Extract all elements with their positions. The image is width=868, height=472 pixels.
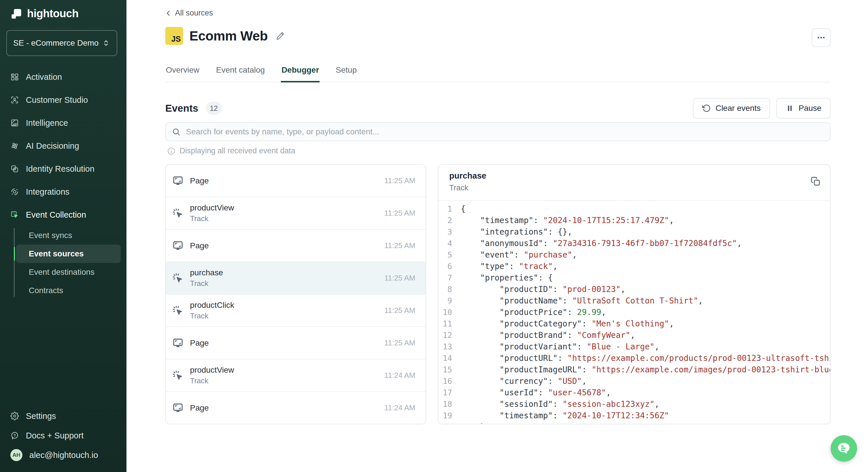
event-row-productview[interactable]: productViewTrack11:25 AM <box>166 197 426 230</box>
event-time: 11:25 AM <box>384 306 415 315</box>
sub-item-label: Contracts <box>29 286 63 295</box>
page-event-icon <box>172 402 184 414</box>
line-number: 19 <box>438 410 452 422</box>
sidebar-item-identity-resolution[interactable]: Identity Resolution <box>0 157 126 180</box>
line-number: 12 <box>438 330 452 341</box>
sidebar-item-docs-support[interactable]: ? Docs + Support <box>8 427 121 444</box>
identity-resolution-icon <box>10 165 19 173</box>
line-number: 9 <box>438 295 452 307</box>
clear-events-button[interactable]: Clear events <box>693 98 770 119</box>
user-email: alec@hightouch.io <box>29 450 98 460</box>
event-row-page[interactable]: Page11:25 AM <box>166 230 426 262</box>
event-row-purchase[interactable]: purchaseTrack11:25 AM <box>166 262 426 295</box>
source-tabs: Overview Event catalog Debugger Setup <box>165 61 831 82</box>
event-detail-panel: purchase Track 1{2 "timestamp": "2024-10… <box>438 164 831 424</box>
event-row-page[interactable]: Page11:25 AM <box>166 327 426 360</box>
sidebar-item-event-destinations[interactable]: Event destinations <box>16 263 121 281</box>
hightouch-logo-icon <box>10 8 23 20</box>
line-number: 14 <box>438 352 452 364</box>
event-list-panel: Page11:25 AMproductViewTrack11:25 AMPage… <box>165 164 426 424</box>
events-toolbar: Events 12 Clear events Pause <box>165 97 831 120</box>
code-line: 16 "currency": "USD", <box>438 375 830 387</box>
svg-text:?: ? <box>13 433 16 438</box>
more-options-button[interactable] <box>812 28 831 47</box>
event-collection-subnav: Event syncs Event sources Event destinat… <box>14 226 126 300</box>
hightouch-logo: hightouch <box>10 7 79 20</box>
sidebar-item-label: Activation <box>26 72 62 82</box>
search-icon <box>172 127 181 136</box>
user-account-item[interactable]: AH alec@hightouch.io <box>8 447 121 463</box>
sidebar-item-ai-decisioning[interactable]: AI Decisioning <box>0 134 126 157</box>
sidebar-item-settings[interactable]: Settings <box>8 408 121 424</box>
event-time: 11:25 AM <box>384 176 415 185</box>
info-text: Displaying all received event data <box>180 146 295 155</box>
sidebar-item-event-syncs[interactable]: Event syncs <box>16 226 121 245</box>
event-collection-icon <box>10 210 19 219</box>
tab-debugger[interactable]: Debugger <box>281 61 320 82</box>
line-number: 2 <box>438 215 452 226</box>
sidebar-item-label: Customer Studio <box>26 95 88 105</box>
code-line: 17 "userId": "user-45678", <box>438 387 830 399</box>
chat-bubble-icon <box>836 440 852 457</box>
sidebar-nav: Activation Customer Studio Intelligence <box>0 65 126 300</box>
sidebar-item-integrations[interactable]: Integrations <box>0 180 126 203</box>
pause-icon <box>785 104 794 112</box>
event-type: Track <box>190 311 234 321</box>
workspace-selector[interactable]: SE - eCommerce Demo <box>6 30 117 56</box>
chevron-updown-icon <box>102 39 111 47</box>
sidebar-item-label: Intelligence <box>26 118 68 128</box>
track-event-icon <box>172 272 184 284</box>
sidebar-item-label: Settings <box>26 411 56 421</box>
copy-icon[interactable] <box>810 176 821 187</box>
event-time: 11:24 AM <box>384 403 415 412</box>
clear-events-label: Clear events <box>715 104 761 113</box>
sidebar-item-contracts[interactable]: Contracts <box>16 281 121 300</box>
info-icon <box>167 147 176 155</box>
code-line: 11 "productCategory": "Men's Clothing", <box>438 318 830 330</box>
code-line: 7 "properties": { <box>438 272 830 284</box>
chat-support-button[interactable] <box>831 435 857 462</box>
tab-event-catalog[interactable]: Event catalog <box>216 61 266 82</box>
sidebar-item-event-collection[interactable]: Event Collection <box>0 203 126 226</box>
code-line: 14 "productURL": "https://example.com/pr… <box>438 352 830 364</box>
sidebar-item-intelligence[interactable]: Intelligence <box>0 111 126 134</box>
sidebar-item-customer-studio[interactable]: Customer Studio <box>0 89 126 111</box>
breadcrumb-label: All sources <box>175 9 213 18</box>
sidebar-item-label: AI Decisioning <box>26 141 79 151</box>
pause-button[interactable]: Pause <box>776 98 831 119</box>
activation-icon <box>10 73 19 81</box>
event-row-page[interactable]: Page11:25 AM <box>166 165 426 197</box>
event-time: 11:25 AM <box>384 338 415 347</box>
event-name: Page <box>190 403 209 412</box>
event-time: 11:25 AM <box>384 241 415 250</box>
code-line: 2 "timestamp": "2024-10-17T15:25:17.479Z… <box>438 215 830 226</box>
event-row-productclick[interactable]: productClickTrack11:25 AM <box>166 295 426 327</box>
event-row-productview[interactable]: productViewTrack11:24 AM <box>166 360 426 392</box>
tab-setup[interactable]: Setup <box>335 61 357 82</box>
javascript-source-icon: JS <box>165 27 183 45</box>
sidebar-item-activation[interactable]: Activation <box>0 65 126 89</box>
code-line: 15 "productImageURL": "https://example.c… <box>438 364 830 375</box>
line-number: 15 <box>438 364 452 375</box>
code-line: 6 "type": "track", <box>438 261 830 272</box>
integrations-icon <box>10 188 19 196</box>
pause-label: Pause <box>799 104 822 113</box>
line-number: 3 <box>438 226 452 238</box>
event-detail-header: purchase Track <box>438 165 830 201</box>
event-name: Page <box>190 338 209 348</box>
rotate-ccw-icon <box>702 104 711 112</box>
search-input[interactable] <box>185 127 824 137</box>
event-name: productClick <box>190 301 234 310</box>
event-time: 11:25 AM <box>384 209 415 217</box>
sidebar: hightouch SE - eCommerce Demo Activation… <box>0 0 126 472</box>
edit-pencil-icon[interactable] <box>275 31 285 41</box>
event-row-page[interactable]: Page11:24 AM <box>166 392 426 424</box>
sub-item-label: Event syncs <box>29 231 72 240</box>
event-type: Track <box>190 214 234 223</box>
line-number: 6 <box>438 261 452 272</box>
breadcrumb-all-sources[interactable]: All sources <box>165 9 213 18</box>
chevron-left-icon <box>165 9 172 17</box>
tab-overview[interactable]: Overview <box>165 61 200 82</box>
page-event-icon <box>172 239 184 252</box>
sidebar-item-event-sources[interactable]: Event sources <box>16 245 121 263</box>
